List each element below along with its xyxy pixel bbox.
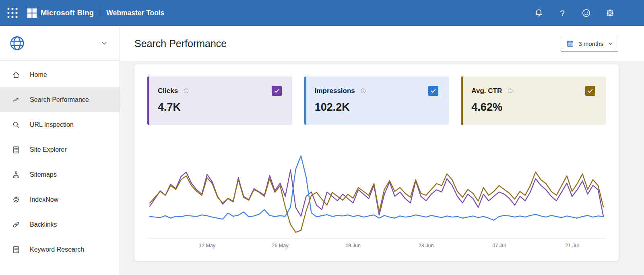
sidebar-item-backlinks[interactable]: Backlinks <box>0 212 120 237</box>
search-performance-panel: Clicks 4.7K <box>134 64 619 261</box>
metric-card-impressions[interactable]: Impressions 102.2K <box>304 77 449 125</box>
page-header: Search Performance 3 months <box>120 26 644 61</box>
magnifier-icon <box>12 120 21 129</box>
content-area: Clicks 4.7K <box>120 61 644 275</box>
date-range-value: 3 months <box>578 40 603 47</box>
brand-divider <box>100 8 100 17</box>
sidebar-item-keyword-research[interactable]: Keyword Research <box>0 237 120 262</box>
check-icon <box>430 87 437 94</box>
sidebar-item-home[interactable]: Home <box>0 62 120 87</box>
sidebar-item-label: Home <box>30 71 47 79</box>
waffle-menu-icon[interactable] <box>6 7 19 19</box>
product-name[interactable]: Webmaster Tools <box>106 9 164 17</box>
sidebar-item-label: URL Inspection <box>30 121 74 128</box>
home-icon <box>12 70 21 79</box>
metric-label: Clicks <box>158 87 178 95</box>
x-axis-tick-label: 21 Jul <box>566 243 579 248</box>
chevron-down-icon <box>607 41 613 47</box>
help-icon[interactable]: ? <box>557 8 568 18</box>
sidebar-item-label: Search Performance <box>30 96 89 103</box>
chart-line-clicks <box>150 170 603 216</box>
document-list-icon <box>12 245 21 254</box>
info-icon[interactable] <box>183 87 190 94</box>
metric-checkbox[interactable] <box>585 86 595 96</box>
trend-icon <box>12 95 21 104</box>
top-app-bar: Microsoft Bing Webmaster Tools ? <box>0 0 644 26</box>
metric-label: Impressions <box>315 87 355 95</box>
sidebar-item-label: Keyword Research <box>30 246 84 253</box>
x-axis-tick-label: 12 May <box>199 243 216 248</box>
settings-gear-icon[interactable] <box>605 8 615 18</box>
metric-accent-stripe <box>461 77 463 125</box>
performance-line-chart: 12 May26 May09 Jun23 Jun07 Jul21 Jul <box>147 150 606 252</box>
check-icon <box>273 87 280 94</box>
metric-checkbox[interactable] <box>428 86 438 96</box>
x-axis-tick-label: 23 Jun <box>419 243 434 248</box>
check-icon <box>587 87 594 94</box>
x-axis-tick-label: 07 Jul <box>492 243 506 248</box>
metric-accent-stripe <box>304 77 306 125</box>
sidebar-item-label: Site Explorer <box>30 146 67 153</box>
globe-site-icon <box>8 34 26 52</box>
metric-checkbox[interactable] <box>272 86 282 96</box>
site-selector[interactable] <box>0 26 120 61</box>
x-axis-tick-label: 09 Jun <box>345 243 361 248</box>
page-title: Search Performance <box>134 38 227 50</box>
metric-value: 4.7K <box>158 101 282 114</box>
sidebar-item-search-performance[interactable]: Search Performance <box>0 87 120 112</box>
chart-line-impressions <box>150 156 603 220</box>
microsoft-logo-icon <box>27 8 37 18</box>
org-chart-icon <box>12 170 21 179</box>
chevron-down-icon <box>100 39 108 47</box>
gear-bolt-icon <box>12 195 21 204</box>
brand-name[interactable]: Microsoft Bing <box>41 8 94 17</box>
sidebar-item-label: Sitemaps <box>30 171 57 178</box>
notifications-bell-icon[interactable] <box>533 8 544 18</box>
metric-card-clicks[interactable]: Clicks 4.7K <box>147 77 292 125</box>
x-axis-tick-label: 26 May <box>272 243 289 248</box>
metric-accent-stripe <box>147 77 149 125</box>
date-range-dropdown[interactable]: 3 months <box>561 36 618 52</box>
feedback-smiley-icon[interactable] <box>581 8 591 18</box>
metric-value: 102.2K <box>315 101 439 114</box>
metric-card-avg-ctr[interactable]: Avg. CTR 4.62% <box>461 77 606 125</box>
metric-label: Avg. CTR <box>471 87 502 95</box>
sidebar-item-site-explorer[interactable]: Site Explorer <box>0 137 120 162</box>
info-icon[interactable] <box>507 87 514 94</box>
sidebar-item-url-inspection[interactable]: URL Inspection <box>0 112 120 137</box>
metric-value: 4.62% <box>471 101 595 114</box>
calendar-icon <box>566 39 574 48</box>
sidebar-item-indexnow[interactable]: IndexNow <box>0 187 120 212</box>
sidebar-nav: Home Search Performance URL Inspection <box>0 26 120 275</box>
sidebar-item-sitemaps[interactable]: Sitemaps <box>0 162 120 187</box>
link-icon <box>12 220 21 229</box>
sidebar-item-label: Backlinks <box>30 221 57 228</box>
document-check-icon <box>12 145 21 154</box>
info-icon[interactable] <box>360 87 367 94</box>
sidebar-item-label: IndexNow <box>30 196 58 203</box>
